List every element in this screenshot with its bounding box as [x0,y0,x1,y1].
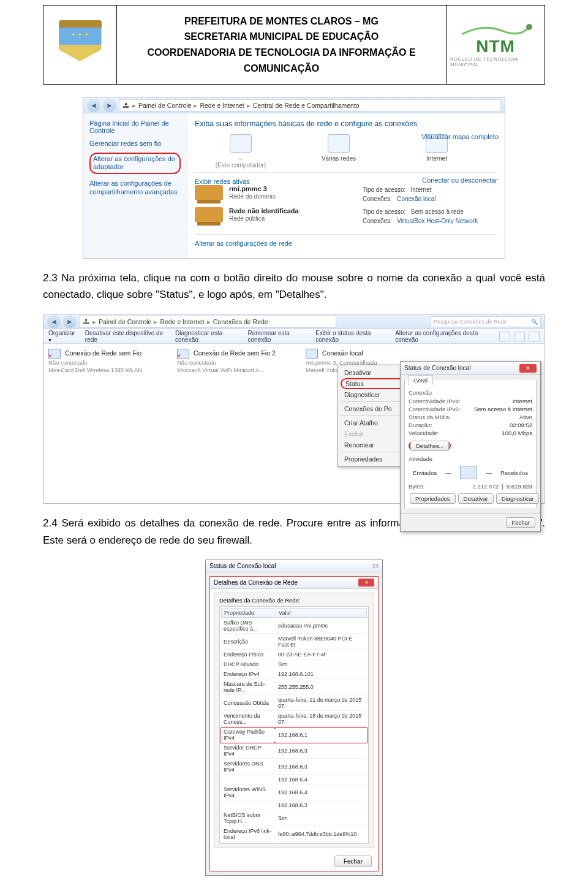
table-row: Endereço IPv4192.168.6.101 [221,670,367,679]
value-cell: 192.168.6.3 [276,802,367,810]
municipal-shield-logo [43,6,117,84]
svg-point-0 [526,24,532,30]
icon-label: -- [239,155,243,162]
toolbar-organize[interactable]: Organizar ▾ [48,330,77,343]
active-networks-title: Exibir redes ativas [195,178,250,185]
crumb-1[interactable]: Painel de Controle [99,318,151,325]
monitor-icon [460,466,477,479]
property-cell: Máscara de Sub-rede IP... [221,680,274,695]
table-row: DescriçãoMarvell Yukon 88E8040 PCI-E Fas… [221,635,367,650]
back-button[interactable]: ◄ [87,99,100,112]
value-cell: quarta-feira, 18 de março de 2015 07: [276,712,367,727]
connection-link[interactable]: Conexão local [397,196,435,202]
forward-button[interactable]: ► [103,99,116,112]
network-meta: Tipo de acesso: Internet Conexões: Conex… [363,185,497,203]
tab-general[interactable]: Geral [408,375,433,385]
sidebar: Página Inicial do Painel de Controle Ger… [83,113,187,258]
network-adapter-icon [177,349,189,359]
toolbar-status[interactable]: Exibir o status desta conexão [315,330,386,343]
network-type: Rede pública [229,215,265,222]
close-button[interactable]: Fechar [506,517,535,528]
connection-status-dialog: Status de Conexão local ✕ Geral Conexão … [400,361,541,532]
toolbar-diagnose[interactable]: Diagnosticar esta conexão [175,330,239,343]
table-row: Endereço IPv6 link-localfe80::a964:7ddb:… [221,827,367,842]
ntm-logo-block: NTM NÚCLEO DE TECNOLOGIA MUNICIPAL [447,6,545,84]
ctx-status-highlighted[interactable]: Status [341,378,408,389]
property-cell: Concessão Obtida [221,696,274,711]
crumb-2[interactable]: Rede e Internet [160,318,204,325]
col-property: Propriedade [221,608,274,618]
help-icon[interactable] [529,332,540,341]
value-cell: 192.168.6.4 [276,786,367,800]
search-placeholder: Pesquisar Conexões de Rede [434,319,507,325]
value-cell: 192.168.6.4 [276,776,367,784]
network-adapter-icon [48,349,61,359]
details-panel: Detalhes da Conexão de Rede: Propriedade… [214,593,374,848]
search-input[interactable]: Pesquisar Conexões de Rede 🔍 [431,316,541,327]
folder-icon: 🖧 [83,318,90,325]
value-cell: 192.168.6.3 [276,744,367,759]
badge: 23 [372,563,379,569]
connections-list: Conexão de Rede sem Fio Não conectado Mi… [43,344,545,503]
property-cell: Vencimento da Conces... [221,712,274,727]
outer-dialog-titlebar: Status de Conexão local 23 [206,560,382,572]
diagnose-button[interactable]: Diagnosticar [496,493,540,504]
connection-item[interactable]: Conexão de Rede sem Fio Não conectado Mi… [48,349,159,373]
toolbar-disable[interactable]: Desativar este dispositivo de rede [85,330,167,343]
table-row: 192.168.6.3 [221,802,367,810]
group-connection: Conexão [409,389,532,396]
header-line-2: SECRETARIA MUNICIPAL DE EDUCAÇÃO [184,29,379,45]
details-dialog-title: Detalhes da Conexão de Rede [214,579,298,586]
toolbar-rename[interactable]: Renomear esta conexão [248,330,307,343]
header-line-3: COORDENADORIA DE TECNOLOGIA DA INFORMAÇÃ… [147,45,415,61]
search-icon: 🔍 [531,319,538,325]
view-full-map-link[interactable]: Visualizar mapa completo [421,133,499,140]
bench-icon [195,207,223,222]
sidebar-heading[interactable]: Página Inicial do Painel de Controle [89,120,181,134]
property-cell: Endereço IPv6 link-local [221,827,274,842]
network-item-unidentified: Rede não identificada Rede pública Tipo … [195,207,497,226]
connection-device: Mini-Card Dell Wireless 1395 WLAN [48,366,142,373]
sidebar-link-wifi[interactable]: Gerenciar redes sem fio [89,139,181,148]
connect-disconnect-link[interactable]: Conectar ou desconectar [422,177,497,184]
close-icon[interactable]: ✕ [358,579,374,587]
multi-net-icon [328,134,350,153]
crumb-3[interactable]: Conexões de Rede [213,318,268,325]
document-header: PREFEITURA DE MONTES CLAROS – MG SECRETA… [43,5,545,85]
network-name: Rede não identificada [229,207,299,215]
back-button[interactable]: ◄ [47,315,61,328]
connection-link[interactable]: VirtualBox Host-Only Network [397,218,478,224]
close-icon[interactable]: ✕ [519,364,537,373]
body-paragraph-2-3: 2.3 Na próxima tela, clique na com o bot… [43,270,545,303]
preview-icon[interactable] [514,332,525,341]
details-button[interactable]: Detalhes... [410,441,449,451]
sidebar-link-adapter-settings[interactable]: Alterar as configurações do adaptador [89,153,181,173]
toolbar-change[interactable]: Alterar as configurações desta conexão [395,330,491,343]
ntm-subtitle: NÚCLEO DE TECNOLOGIA MUNICIPAL [450,56,541,67]
screenshot-network-center: ◄ ► 🖧 ▸Painel de Controle ▸Rede e Intern… [83,97,505,259]
value-cell: fe80::a964:7ddb:e3bb:1de9%10 [276,827,367,842]
crumb-3[interactable]: Central de Rede e Compartilhamento [253,102,360,109]
property-cell: Gateway Padrão IPv4 [221,728,274,743]
crumb-1[interactable]: Painel de Controle [138,102,191,109]
screenshot-connection-details: Status de Conexão local 23 Detalhes da C… [205,560,383,876]
crumb-2[interactable]: Rede e Internet [200,102,244,109]
connection-item[interactable]: Conexão de Rede sem Fio 2 Não conectado … [177,349,287,373]
property-cell: Servidores WINS IPv4 [221,786,274,800]
dialog-title-text: Status de Conexão local [404,365,470,371]
details-dialog: Detalhes da Conexão de Rede ✕ Detalhes d… [209,576,379,871]
network-item-domain: rmi.pmmc 3 Rede do domínio Tipo de acess… [195,185,497,203]
forward-button[interactable]: ► [63,315,77,328]
value-cell: 192.168.6.3 [276,760,367,775]
main-panel: Exiba suas informações básicas de rede e… [187,113,505,258]
sidebar-link-sharing[interactable]: Alterar as configurações de compartilham… [89,179,181,197]
disable-button[interactable]: Desativar [458,493,494,504]
header-line-4: COMUNICAÇÃO [244,61,320,77]
properties-button[interactable]: Propriedades [410,493,456,504]
value-cell: 192.168.6.1 [276,728,367,743]
view-icon[interactable] [499,332,510,341]
breadcrumb[interactable]: 🖧 ▸Painel de Controle ▸Rede e Internet ▸… [79,316,336,328]
close-button[interactable]: Fechar [334,856,372,867]
window-titlebar: ◄ ► 🖧 ▸Painel de Controle ▸Rede e Intern… [43,314,545,329]
breadcrumb[interactable]: 🖧 ▸Painel de Controle ▸Rede e Internet ▸… [119,99,501,112]
